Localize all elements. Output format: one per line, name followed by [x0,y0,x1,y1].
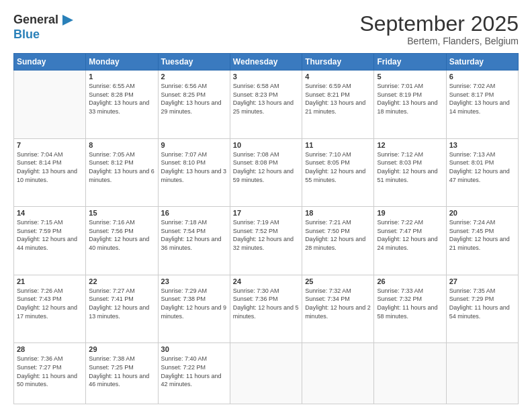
day-info: Sunrise: 7:29 AMSunset: 7:38 PMDaylight:… [161,287,227,320]
day-number: 10 [233,141,299,149]
day-info: Sunrise: 7:19 AMSunset: 7:52 PMDaylight:… [233,218,299,252]
calendar-day-cell: 7Sunrise: 7:04 AMSunset: 8:14 PMDaylight… [14,138,86,207]
calendar-day-cell: 10Sunrise: 7:08 AMSunset: 8:08 PMDayligh… [230,138,302,207]
calendar-day-cell: 28Sunrise: 7:36 AMSunset: 7:27 PMDayligh… [14,343,86,404]
svg-marker-0 [62,15,73,26]
day-number: 15 [89,209,154,217]
day-header-friday: Friday [374,54,446,71]
calendar-table: SundayMondayTuesdayWednesdayThursdayFrid… [13,53,519,404]
day-info: Sunrise: 6:55 AMSunset: 8:28 PMDaylight:… [89,82,154,116]
location-subtitle: Bertem, Flanders, Belgium [359,36,519,46]
calendar-day-cell: 12Sunrise: 7:12 AMSunset: 8:03 PMDayligh… [374,138,446,207]
calendar-day-cell: 27Sunrise: 7:35 AMSunset: 7:29 PMDayligh… [446,275,518,343]
day-info: Sunrise: 7:30 AMSunset: 7:36 PMDaylight:… [233,287,299,320]
calendar-day-cell [374,343,446,404]
day-info: Sunrise: 7:15 AMSunset: 7:59 PMDaylight:… [17,218,83,252]
calendar-day-cell: 14Sunrise: 7:15 AMSunset: 7:59 PMDayligh… [14,207,86,275]
calendar-week-row: 28Sunrise: 7:36 AMSunset: 7:27 PMDayligh… [14,343,519,404]
calendar-week-row: 21Sunrise: 7:26 AMSunset: 7:43 PMDayligh… [14,275,519,343]
day-info: Sunrise: 7:07 AMSunset: 8:10 PMDaylight:… [161,150,227,184]
day-number: 20 [449,209,515,217]
day-number: 13 [449,141,515,149]
calendar-day-cell: 18Sunrise: 7:21 AMSunset: 7:50 PMDayligh… [302,207,374,275]
day-info: Sunrise: 7:16 AMSunset: 7:56 PMDaylight:… [89,218,154,252]
day-number: 25 [305,277,371,285]
logo-icon [60,12,76,28]
day-number: 26 [377,277,443,285]
day-info: Sunrise: 7:13 AMSunset: 8:01 PMDaylight:… [449,150,515,184]
calendar-day-cell: 30Sunrise: 7:40 AMSunset: 7:22 PMDayligh… [158,343,230,404]
day-info: Sunrise: 7:40 AMSunset: 7:22 PMDaylight:… [161,355,227,388]
day-number: 30 [161,345,227,353]
title-area: September 2025 Bertem, Flanders, Belgium [359,12,519,46]
day-info: Sunrise: 7:02 AMSunset: 8:17 PMDaylight:… [449,82,515,116]
calendar-day-cell: 24Sunrise: 7:30 AMSunset: 7:36 PMDayligh… [230,275,302,343]
calendar-day-cell: 11Sunrise: 7:10 AMSunset: 8:05 PMDayligh… [302,138,374,207]
day-info: Sunrise: 6:56 AMSunset: 8:25 PMDaylight:… [161,82,227,116]
day-info: Sunrise: 7:12 AMSunset: 8:03 PMDaylight:… [377,150,443,184]
calendar-week-row: 7Sunrise: 7:04 AMSunset: 8:14 PMDaylight… [14,138,519,207]
day-info: Sunrise: 7:24 AMSunset: 7:45 PMDaylight:… [449,218,515,252]
calendar-day-cell [302,343,374,404]
day-number: 5 [377,73,443,81]
calendar-day-cell: 6Sunrise: 7:02 AMSunset: 8:17 PMDaylight… [446,71,518,139]
calendar-day-cell [446,343,518,404]
day-number: 11 [305,141,371,149]
day-number: 17 [233,209,299,217]
calendar-header-row: SundayMondayTuesdayWednesdayThursdayFrid… [14,54,519,71]
day-number: 29 [89,345,154,353]
day-number: 24 [233,277,299,285]
calendar-week-row: 14Sunrise: 7:15 AMSunset: 7:59 PMDayligh… [14,207,519,275]
page-header: General Blue September 2025 Bertem, Flan… [13,12,519,46]
day-number: 12 [377,141,443,149]
month-title: September 2025 [359,12,519,36]
calendar-day-cell: 9Sunrise: 7:07 AMSunset: 8:10 PMDaylight… [158,138,230,207]
calendar-body: 1Sunrise: 6:55 AMSunset: 8:28 PMDaylight… [14,71,519,404]
day-number: 19 [377,209,443,217]
logo-general: General [13,13,58,27]
day-header-sunday: Sunday [14,54,86,71]
calendar-day-cell: 15Sunrise: 7:16 AMSunset: 7:56 PMDayligh… [86,207,158,275]
calendar-day-cell: 5Sunrise: 7:01 AMSunset: 8:19 PMDaylight… [374,71,446,139]
day-info: Sunrise: 7:38 AMSunset: 7:25 PMDaylight:… [89,355,154,388]
day-info: Sunrise: 7:36 AMSunset: 7:27 PMDaylight:… [17,355,83,388]
calendar-day-cell: 17Sunrise: 7:19 AMSunset: 7:52 PMDayligh… [230,207,302,275]
day-info: Sunrise: 7:08 AMSunset: 8:08 PMDaylight:… [233,150,299,184]
day-info: Sunrise: 7:10 AMSunset: 8:05 PMDaylight:… [305,150,371,184]
calendar-day-cell: 1Sunrise: 6:55 AMSunset: 8:28 PMDaylight… [86,71,158,139]
day-number: 21 [17,277,83,285]
calendar-day-cell: 19Sunrise: 7:22 AMSunset: 7:47 PMDayligh… [374,207,446,275]
calendar-day-cell: 25Sunrise: 7:32 AMSunset: 7:34 PMDayligh… [302,275,374,343]
calendar-day-cell: 23Sunrise: 7:29 AMSunset: 7:38 PMDayligh… [158,275,230,343]
calendar-day-cell: 29Sunrise: 7:38 AMSunset: 7:25 PMDayligh… [86,343,158,404]
day-number: 22 [89,277,154,285]
day-number: 7 [17,141,83,149]
day-number: 16 [161,209,227,217]
day-info: Sunrise: 7:01 AMSunset: 8:19 PMDaylight:… [377,82,443,116]
calendar-day-cell: 13Sunrise: 7:13 AMSunset: 8:01 PMDayligh… [446,138,518,207]
day-header-saturday: Saturday [446,54,518,71]
day-number: 28 [17,345,83,353]
logo: General Blue [13,12,76,42]
day-number: 4 [305,73,371,81]
day-number: 1 [89,73,154,81]
day-number: 2 [161,73,227,81]
day-number: 23 [161,277,227,285]
day-info: Sunrise: 7:05 AMSunset: 8:12 PMDaylight:… [89,150,154,184]
calendar-day-cell [14,71,86,139]
day-number: 27 [449,277,515,285]
day-info: Sunrise: 7:32 AMSunset: 7:34 PMDaylight:… [305,287,371,320]
day-number: 3 [233,73,299,81]
day-number: 8 [89,141,154,149]
calendar-day-cell: 8Sunrise: 7:05 AMSunset: 8:12 PMDaylight… [86,138,158,207]
day-header-tuesday: Tuesday [158,54,230,71]
calendar-day-cell: 2Sunrise: 6:56 AMSunset: 8:25 PMDaylight… [158,71,230,139]
day-info: Sunrise: 7:26 AMSunset: 7:43 PMDaylight:… [17,287,83,320]
calendar-day-cell: 26Sunrise: 7:33 AMSunset: 7:32 PMDayligh… [374,275,446,343]
day-number: 9 [161,141,227,149]
calendar-day-cell: 3Sunrise: 6:58 AMSunset: 8:23 PMDaylight… [230,71,302,139]
calendar-day-cell: 22Sunrise: 7:27 AMSunset: 7:41 PMDayligh… [86,275,158,343]
day-header-monday: Monday [86,54,158,71]
day-number: 18 [305,209,371,217]
day-number: 6 [449,73,515,81]
